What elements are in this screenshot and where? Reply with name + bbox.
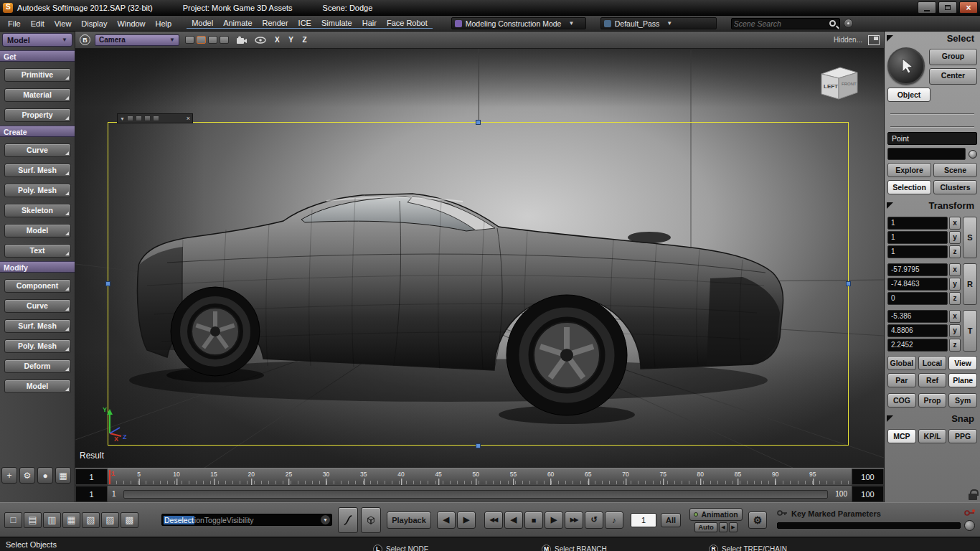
pane-layout-icon[interactable]: ▦: [55, 467, 71, 484]
group-button[interactable]: Group: [929, 49, 977, 65]
layout-grid-icon[interactable]: ▦: [62, 512, 80, 528]
axis-button-r-z[interactable]: z: [949, 292, 961, 305]
transform-tool-icon[interactable]: +: [1, 467, 17, 484]
memo-slot-2[interactable]: [136, 116, 142, 121]
axis-button-s-x[interactable]: x: [949, 217, 961, 230]
filter-sphere-icon[interactable]: [969, 150, 977, 159]
menu-face-robot[interactable]: Face Robot: [382, 17, 433, 29]
toolbar-button-component[interactable]: Component: [4, 279, 71, 293]
transport-play-button[interactable]: ▶: [545, 512, 563, 529]
range-end-field[interactable]: 100: [852, 486, 884, 502]
menu-simulate[interactable]: Simulate: [316, 17, 357, 29]
display-swatch-3[interactable]: [208, 36, 217, 44]
transform-value-r-y[interactable]: -74.8463: [887, 278, 948, 291]
current-frame-field[interactable]: 1: [631, 513, 656, 527]
memo-slot-1[interactable]: [127, 116, 133, 121]
virtual-slider-knob[interactable]: [964, 520, 975, 531]
clusters-button[interactable]: Clusters: [933, 180, 977, 194]
transport-first-frame-button[interactable]: ◀◀: [484, 512, 503, 529]
orientation-cube[interactable]: LEFT FRONT: [816, 63, 862, 105]
prev-key-button[interactable]: ◀: [719, 522, 727, 532]
snap-button-mcp[interactable]: MCP: [887, 429, 916, 443]
marked-param-slider[interactable]: [777, 522, 961, 529]
script-editor-button[interactable]: [338, 507, 358, 533]
transport-prev-frame-button[interactable]: ◀: [504, 512, 523, 529]
menu-model[interactable]: Model: [187, 17, 218, 29]
extra-button-cog[interactable]: COG: [887, 393, 916, 408]
axis-button-r-x[interactable]: x: [949, 263, 961, 276]
playback-menu-button[interactable]: Playback: [387, 512, 431, 529]
center-button[interactable]: Center: [929, 68, 977, 85]
menu-render[interactable]: Render: [258, 17, 293, 29]
layout-mixed-icon[interactable]: ▩: [121, 512, 138, 528]
ref-button-plane[interactable]: Plane: [948, 373, 977, 387]
toolbar-button-model[interactable]: Model: [4, 380, 71, 393]
set-key-icon[interactable]: [964, 509, 975, 518]
menu-display[interactable]: Display: [76, 18, 112, 29]
axis-button-s-z[interactable]: z: [949, 245, 961, 258]
toolbar-button-poly-mesh[interactable]: Poly. Mesh: [4, 184, 71, 197]
memo-slot-4[interactable]: [153, 116, 159, 121]
menu-file[interactable]: File: [3, 18, 26, 29]
memo-collapse-icon[interactable]: ▼: [120, 116, 125, 121]
transform-value-r-x[interactable]: -57.9795: [887, 263, 948, 276]
command-dropdown-icon[interactable]: [321, 515, 330, 524]
all-frames-button[interactable]: All: [661, 513, 681, 527]
keying-panel-button[interactable]: [361, 507, 381, 533]
lock-icon[interactable]: [969, 494, 977, 500]
transform-value-t-x[interactable]: -5.386: [887, 310, 948, 323]
transform-value-t-z[interactable]: 2.2452: [887, 339, 948, 352]
animation-menu-button[interactable]: Animation: [689, 508, 743, 521]
toolbar-button-primitive[interactable]: Primitive: [4, 68, 71, 82]
close-button[interactable]: [959, 1, 978, 14]
toolbar-button-property[interactable]: Property: [4, 108, 71, 122]
toolbar-button-skeleton[interactable]: Skeleton: [4, 204, 71, 217]
next-key-button[interactable]: ▶: [729, 522, 738, 532]
space-button-local[interactable]: Local: [918, 356, 947, 370]
range-slider[interactable]: [123, 490, 829, 499]
toolbar-button-model[interactable]: Model: [4, 224, 71, 237]
current-frame-marker[interactable]: 1: [111, 470, 115, 477]
extra-button-prop[interactable]: Prop: [918, 393, 947, 408]
sync-icon[interactable]: [844, 19, 853, 28]
toolbar-button-surf-mesh[interactable]: Surf. Mesh: [4, 319, 71, 333]
explore-button[interactable]: Explore: [887, 163, 931, 177]
menu-window[interactable]: Window: [112, 18, 150, 29]
toolbar-button-curve[interactable]: Curve: [4, 143, 71, 157]
display-swatch-1[interactable]: [185, 36, 194, 44]
axis-button-t-z[interactable]: z: [949, 339, 961, 352]
axis-button-r-y[interactable]: y: [949, 278, 961, 291]
menu-hair[interactable]: Hair: [357, 17, 382, 29]
snap-button-kp-l[interactable]: KP/L: [918, 429, 947, 443]
tools-icon[interactable]: ⚙: [19, 467, 35, 484]
memo-slot-3[interactable]: [144, 116, 151, 121]
transport-stop-button[interactable]: ■: [524, 512, 543, 529]
transform-value-s-x[interactable]: 1: [887, 217, 948, 230]
menu-animate[interactable]: Animate: [218, 17, 257, 29]
timeline-ruler[interactable]: 1 5101520253035404550556065707580859095: [109, 468, 850, 485]
point-filter-dropdown[interactable]: Point: [887, 132, 977, 145]
viewport-3d-scene[interactable]: ▼ Result X Z Y LEFT FRONT: [75, 49, 884, 468]
memo-close-icon[interactable]: [187, 116, 190, 122]
toolbar-module-dropdown[interactable]: Model: [2, 33, 72, 47]
transport-audio-button[interactable]: ♪: [605, 512, 623, 529]
scene-button[interactable]: Scene: [933, 163, 977, 177]
ref-button-ref[interactable]: Ref: [918, 373, 947, 387]
toolbar-button-material[interactable]: Material: [4, 88, 71, 102]
transform-key-s[interactable]: S: [963, 217, 977, 258]
transform-key-t[interactable]: T: [963, 310, 977, 352]
scene-search-input[interactable]: [734, 19, 828, 28]
construction-mode-dropdown[interactable]: Modeling Construction Mode: [451, 17, 586, 29]
xyz-axis-buttons[interactable]: X Y Z: [275, 36, 311, 44]
select-arrow-button[interactable]: [887, 47, 925, 85]
toolbar-button-deform[interactable]: Deform: [4, 359, 71, 373]
transform-value-r-z[interactable]: 0: [887, 292, 948, 305]
axis-button-s-y[interactable]: y: [949, 231, 961, 244]
axis-button-t-x[interactable]: x: [949, 310, 961, 323]
range-start-field[interactable]: 1: [75, 486, 108, 502]
frame-handle-bottom[interactable]: [476, 443, 481, 448]
transport-step-back-button[interactable]: ◀: [437, 512, 456, 529]
frame-handle-right[interactable]: [846, 281, 851, 286]
transform-value-t-y[interactable]: 4.8806: [887, 324, 948, 337]
axis-button-t-y[interactable]: y: [949, 324, 961, 337]
